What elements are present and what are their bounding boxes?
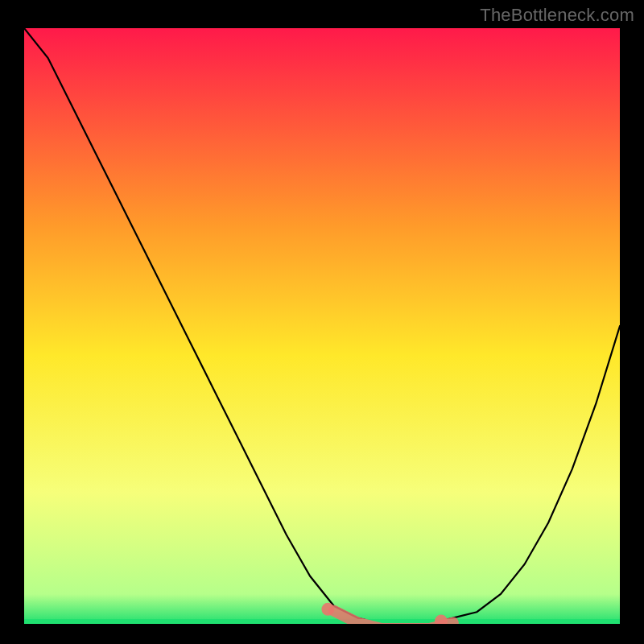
chart-svg	[24, 28, 620, 624]
highlight-dot-left	[321, 603, 334, 616]
chart-frame: TheBottleneck.com	[0, 0, 644, 644]
gradient-bg	[24, 28, 620, 624]
bottom-strip	[24, 619, 620, 624]
watermark-text: TheBottleneck.com	[480, 5, 634, 26]
plot-area	[24, 28, 620, 624]
